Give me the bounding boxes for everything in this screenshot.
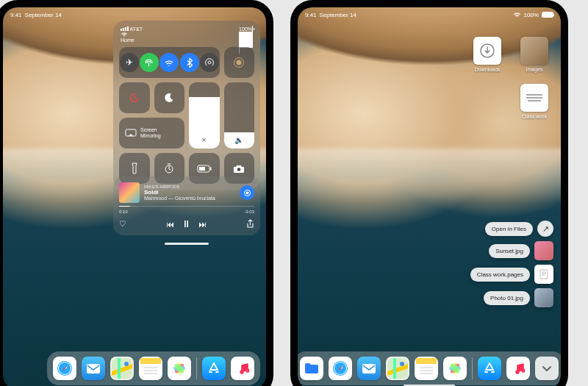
svg-rect-25 (540, 270, 548, 279)
screen-right: 9:41 September 14 100% Downloads I (298, 7, 561, 386)
status-bar: 9:41 September 14 100% (305, 10, 553, 20)
airplay-button[interactable] (240, 185, 254, 200)
prev-track-button[interactable]: ⏮ (166, 220, 174, 229)
download-icon (473, 37, 501, 65)
time-remaining: -3:03 (244, 210, 254, 214)
svg-rect-7 (210, 167, 212, 170)
focus-toggle[interactable] (224, 47, 255, 78)
file-thumb-photo[interactable] (534, 288, 553, 307)
app-photos[interactable] (443, 357, 467, 380)
ipad-left: 9:41 September 14 AT&T Home 100% (0, 0, 273, 386)
folder-images[interactable]: Images (518, 37, 551, 72)
status-battery-pct: 100% (524, 12, 539, 18)
dnd-toggle[interactable] (154, 82, 185, 113)
image-thumb (520, 37, 548, 65)
file-thumb-doc[interactable] (534, 265, 553, 284)
airdrop-toggle[interactable] (200, 53, 219, 72)
like-button[interactable]: ♡ (119, 219, 126, 229)
bluetooth-toggle[interactable] (180, 53, 199, 72)
dock-separator (472, 357, 473, 379)
app-maps[interactable] (386, 357, 409, 380)
screen-mirroring-button[interactable]: Screen Mirroring (119, 118, 184, 149)
file-label: Class work (522, 114, 547, 119)
app-music[interactable] (231, 357, 254, 380)
status-date: September 14 (25, 12, 62, 18)
app-music[interactable] (506, 357, 530, 380)
wifi-icon (513, 12, 521, 18)
ipad-right: 9:41 September 14 100% Downloads I (290, 0, 568, 386)
dock (47, 351, 260, 385)
file-thumb-sunset[interactable] (534, 241, 553, 260)
status-bar: 9:41 September 14 (10, 10, 259, 20)
folder-label: Downloads (475, 67, 501, 72)
status-time: 9:41 (10, 12, 22, 18)
open-in-files-button[interactable]: Open in Files (485, 222, 533, 236)
svg-rect-29 (362, 364, 376, 374)
app-safari[interactable] (53, 357, 76, 380)
app-appstore[interactable] (478, 357, 501, 380)
cc-carrier: AT&T (130, 26, 143, 32)
context-stack: Open in Files ↗ Sunset.jpg Class work.pa… (470, 221, 553, 307)
svg-point-1 (237, 60, 242, 65)
folder-downloads[interactable]: Downloads (471, 37, 503, 72)
cc-battery-pct: 100% (239, 26, 252, 32)
app-photos[interactable] (168, 357, 191, 380)
app-notes[interactable] (415, 357, 438, 380)
screen-left: 9:41 September 14 AT&T Home 100% (3, 7, 266, 386)
speaker-icon: 🔈 (234, 136, 243, 144)
share-button[interactable] (246, 219, 254, 229)
connectivity-tile[interactable]: ✈ (119, 47, 220, 78)
progress-bar[interactable] (119, 206, 254, 207)
app-notes[interactable] (139, 357, 162, 380)
mirror-label: Screen Mirroring (140, 127, 161, 138)
svg-point-17 (124, 362, 129, 366)
brightness-slider[interactable]: ☀ (189, 82, 220, 149)
next-track-button[interactable]: ⏭ (198, 220, 207, 229)
app-maps[interactable] (110, 357, 134, 380)
file-pill[interactable]: Sunset.jpg (489, 244, 530, 258)
volume-slider[interactable]: 🔈 (224, 82, 255, 149)
app-safari[interactable] (329, 357, 352, 380)
svg-rect-19 (140, 358, 161, 364)
svg-rect-8 (199, 167, 205, 171)
svg-point-31 (400, 362, 404, 366)
svg-point-0 (208, 61, 211, 64)
time-elapsed: 0:10 (119, 210, 128, 214)
app-files[interactable] (300, 357, 323, 380)
app-mail[interactable] (357, 357, 381, 380)
wifi-toggle[interactable] (159, 53, 179, 72)
svg-rect-15 (87, 364, 100, 374)
svg-point-10 (245, 191, 248, 194)
media-album: Gioventù bruciata (175, 196, 215, 201)
desktop-items: Downloads Images (471, 37, 551, 72)
folder-label: Images (526, 67, 543, 72)
sun-icon: ☀ (201, 136, 207, 144)
now-playing-card[interactable]: Mike's AirPods Soldi Mahmood — Gioventù … (113, 176, 260, 235)
file-pill[interactable]: Class work.pages (470, 268, 530, 282)
dock (298, 351, 561, 385)
file-classwork[interactable]: Class work (518, 84, 551, 119)
open-arrow-button[interactable]: ↗ (537, 221, 553, 237)
cc-status-row: AT&T Home 100% (119, 26, 254, 43)
media-artist: Mahmood (144, 196, 167, 201)
signal-icon (121, 26, 129, 31)
cellular-toggle[interactable] (140, 53, 159, 72)
document-icon (520, 84, 548, 112)
battery-icon (542, 12, 553, 18)
rotation-lock-toggle[interactable] (119, 82, 150, 113)
play-pause-button[interactable]: ⏸ (182, 218, 191, 229)
app-appstore[interactable] (202, 357, 226, 380)
media-source: Mike's AirPods (144, 185, 235, 189)
airplane-toggle[interactable]: ✈ (120, 53, 139, 72)
mirror-icon (125, 129, 137, 137)
album-art (119, 182, 140, 203)
app-show-more[interactable] (535, 357, 559, 380)
app-mail[interactable] (82, 357, 105, 380)
svg-point-9 (237, 168, 241, 171)
status-time: 9:41 (305, 12, 317, 18)
cc-wifi-name: Home (121, 37, 135, 43)
file-pill[interactable]: Photo 01.jpg (484, 291, 530, 305)
wifi-icon (121, 32, 143, 37)
cc-home-indicator[interactable] (165, 243, 209, 245)
status-date: September 14 (320, 12, 356, 18)
